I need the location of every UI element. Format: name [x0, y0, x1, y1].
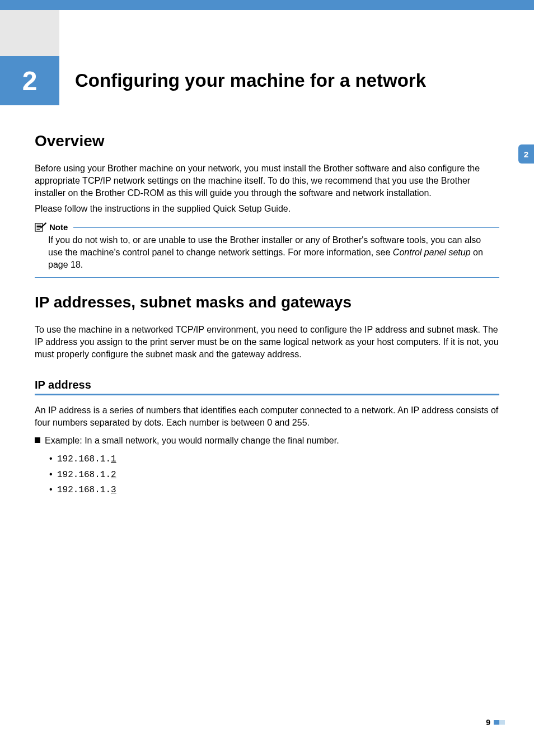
- page-marker-dark: [494, 720, 499, 725]
- chapter-number-box: 2: [0, 56, 59, 105]
- page-marker-icon: [494, 720, 505, 725]
- list-item: 192.168.1.2: [57, 467, 499, 483]
- note-header: Note: [35, 222, 499, 232]
- top-header-bar: [0, 0, 534, 10]
- note-header-line-wrap: [68, 226, 499, 228]
- list-item: 192.168.1.3: [57, 482, 499, 498]
- ip-address-para: An IP address is a series of numbers tha…: [35, 404, 499, 429]
- note-text: If you do not wish to, or are unable to …: [35, 234, 499, 271]
- list-item: 192.168.1.1: [57, 451, 499, 467]
- overview-para2: Please follow the instructions in the su…: [35, 203, 499, 215]
- ip-example-list: 192.168.1.1 192.168.1.2 192.168.1.3: [35, 451, 499, 498]
- note-text-italic: Control panel setup: [393, 248, 471, 257]
- ip-address-heading: IP address: [35, 379, 499, 391]
- page-content: Overview Before using your Brother machi…: [0, 132, 534, 498]
- page-marker-light: [499, 720, 505, 725]
- chapter-header: 2 Configuring your machine for a network: [0, 56, 534, 105]
- note-label: Note: [49, 222, 68, 232]
- page-number: 9: [486, 718, 490, 727]
- overview-heading: Overview: [35, 132, 499, 150]
- ip-last: 3: [111, 485, 116, 495]
- ip-prefix: 192.168.1.: [57, 470, 111, 480]
- ip-section-para: To use the machine in a networked TCP/IP…: [35, 324, 499, 361]
- ip-last: 1: [111, 454, 116, 464]
- chapter-number: 2: [22, 66, 38, 96]
- note-icon: [35, 222, 47, 232]
- page-number-wrap: 9: [486, 718, 505, 727]
- example-label: Example: In a small network, you would n…: [45, 435, 339, 447]
- ip-section-heading: IP addresses, subnet masks and gateways: [35, 293, 499, 311]
- note-bottom-line: [35, 277, 499, 278]
- ip-last: 2: [111, 470, 116, 480]
- chapter-title: Configuring your machine for a network: [59, 56, 426, 105]
- ip-address-underline: [35, 394, 499, 395]
- side-chapter-number: 2: [524, 150, 528, 159]
- note-header-line: [73, 227, 499, 228]
- overview-para1: Before using your Brother machine on you…: [35, 162, 499, 199]
- example-bullet: Example: In a small network, you would n…: [35, 435, 499, 447]
- ip-prefix: 192.168.1.: [57, 454, 111, 464]
- square-bullet-icon: [35, 437, 40, 443]
- side-chapter-tab: 2: [518, 144, 534, 164]
- top-gray-block: [0, 10, 59, 56]
- note-block: Note If you do not wish to, or are unabl…: [35, 222, 499, 277]
- ip-prefix: 192.168.1.: [57, 485, 111, 495]
